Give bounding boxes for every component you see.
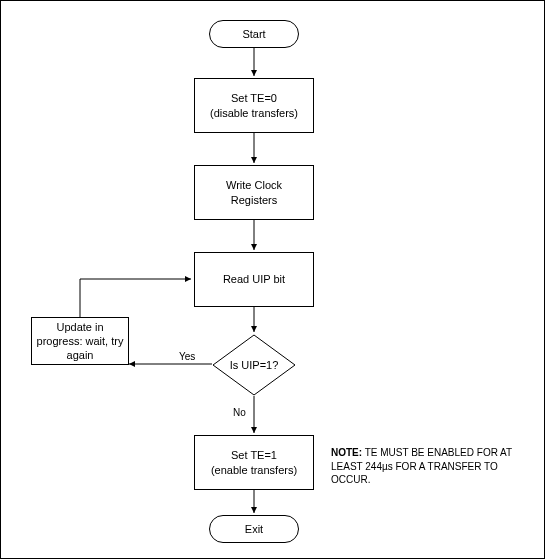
terminator-exit: Exit [209,515,299,543]
update-line3: again [37,348,124,362]
process-content: Set TE=1 (enable transfers) [211,448,297,477]
decision-label: Is UIP=1? [230,358,279,372]
update-line1: Update in [37,320,124,334]
process-set-te1: Set TE=1 (enable transfers) [194,435,314,490]
flowchart-canvas: Start Set TE=0 (disable transfers) Write… [0,0,545,559]
update-line2: progress: wait, try [37,334,124,348]
step1-line2: (disable transfers) [210,106,298,120]
process-update-wait: Update in progress: wait, try again [31,317,129,365]
exit-label: Exit [245,522,263,536]
step1-line1: Set TE=0 [210,91,298,105]
note-prefix: NOTE: [331,447,362,458]
step3-label: Read UIP bit [223,272,285,286]
process-content: Update in progress: wait, try again [37,320,124,363]
step2-line1: Write Clock [226,178,282,192]
process-write-clock: Write Clock Registers [194,165,314,220]
process-content: Write Clock Registers [226,178,282,207]
edge-no-label: No [233,407,246,418]
terminator-start: Start [209,20,299,48]
process-read-uip: Read UIP bit [194,252,314,307]
process-set-te0: Set TE=0 (disable transfers) [194,78,314,133]
edge-yes-label: Yes [179,351,195,362]
step4-line1: Set TE=1 [211,448,297,462]
step4-line2: (enable transfers) [211,463,297,477]
start-label: Start [242,27,265,41]
note-text: NOTE: TE MUST BE ENABLED FOR AT LEAST 24… [331,446,531,487]
step2-line2: Registers [226,193,282,207]
process-content: Set TE=0 (disable transfers) [210,91,298,120]
decision-uip: Is UIP=1? [212,334,296,396]
